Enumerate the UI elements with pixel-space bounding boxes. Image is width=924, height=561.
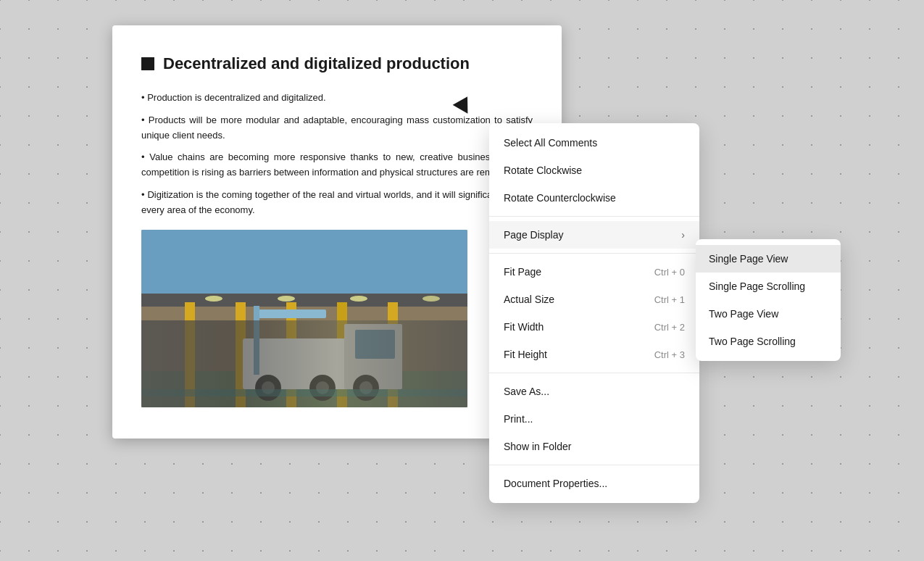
paragraph-2: • Products will be more modular and adap…: [141, 113, 533, 144]
menu-shortcut-fit-page: Ctrl + 0: [654, 267, 685, 278]
menu-item-fit-width[interactable]: Fit Width Ctrl + 2: [489, 313, 699, 341]
pdf-image: [141, 230, 467, 407]
menu-label-save-as: Save As...: [504, 386, 549, 397]
menu-divider-2: [489, 253, 699, 254]
menu-item-page-display[interactable]: Page Display ›: [489, 221, 699, 249]
svg-point-20: [205, 296, 222, 302]
paragraph-1: • Production is decentralized and digita…: [141, 91, 533, 106]
menu-item-rotate-clockwise[interactable]: Rotate Clockwise: [489, 157, 699, 184]
pdf-title: Decentralized and digitalized production: [141, 54, 533, 73]
menu-item-show-in-folder[interactable]: Show in Folder: [489, 433, 699, 460]
page-display-submenu: Single Page View Single Page Scrolling T…: [696, 239, 841, 361]
svg-rect-19: [254, 306, 259, 375]
svg-point-21: [278, 296, 295, 302]
chevron-right-icon: ›: [681, 229, 685, 241]
submenu-item-single-page-scrolling[interactable]: Single Page Scrolling: [696, 273, 841, 300]
document-title: Decentralized and digitalized production: [163, 54, 470, 73]
svg-rect-9: [243, 338, 388, 389]
svg-rect-24: [141, 389, 467, 396]
svg-rect-11: [355, 330, 395, 359]
menu-label-rotate-counterclockwise: Rotate Counterclockwise: [504, 192, 616, 204]
menu-item-rotate-counterclockwise[interactable]: Rotate Counterclockwise: [489, 184, 699, 212]
svg-rect-0: [141, 230, 467, 295]
submenu-label-two-page-scrolling: Two Page Scrolling: [709, 336, 796, 347]
menu-divider-1: [489, 216, 699, 217]
svg-point-17: [359, 381, 372, 394]
menu-label-fit-width: Fit Width: [504, 321, 544, 333]
menu-label-select-all-comments: Select All Comments: [504, 137, 597, 149]
menu-divider-4: [489, 465, 699, 465]
menu-label-fit-height: Fit Height: [504, 349, 547, 360]
menu-item-select-all-comments[interactable]: Select All Comments: [489, 129, 699, 157]
context-menu: Select All Comments Rotate Clockwise Rot…: [489, 123, 699, 503]
svg-rect-5: [236, 302, 246, 407]
svg-point-22: [350, 296, 367, 302]
submenu-label-single-page-view: Single Page View: [709, 253, 788, 265]
submenu-label-two-page-view: Two Page View: [709, 308, 778, 320]
svg-point-15: [316, 381, 329, 394]
menu-item-fit-page[interactable]: Fit Page Ctrl + 0: [489, 258, 699, 286]
menu-label-page-display: Page Display: [504, 229, 564, 241]
menu-item-print[interactable]: Print...: [489, 405, 699, 433]
menu-item-actual-size[interactable]: Actual Size Ctrl + 1: [489, 286, 699, 313]
pdf-body: • Production is decentralized and digita…: [141, 91, 533, 218]
menu-item-document-properties[interactable]: Document Properties...: [489, 470, 699, 497]
menu-label-print: Print...: [504, 413, 533, 425]
menu-shortcut-fit-height: Ctrl + 3: [654, 349, 685, 360]
svg-point-23: [423, 296, 440, 302]
paragraph-3: • Value chains are becoming more respons…: [141, 150, 533, 180]
menu-label-actual-size: Actual Size: [504, 294, 554, 305]
svg-rect-7: [337, 302, 347, 407]
svg-rect-2: [141, 371, 467, 407]
menu-label-show-in-folder: Show in Folder: [504, 441, 571, 452]
title-icon: [141, 57, 154, 70]
menu-label-rotate-clockwise: Rotate Clockwise: [504, 165, 582, 176]
submenu-item-two-page-view[interactable]: Two Page View: [696, 300, 841, 328]
submenu-item-two-page-scrolling[interactable]: Two Page Scrolling: [696, 328, 841, 355]
svg-point-13: [262, 381, 275, 394]
menu-divider-3: [489, 373, 699, 373]
menu-item-save-as[interactable]: Save As...: [489, 378, 699, 405]
menu-label-document-properties: Document Properties...: [504, 478, 607, 489]
svg-rect-10: [344, 324, 402, 389]
menu-label-fit-page: Fit Page: [504, 266, 541, 278]
menu-shortcut-actual-size: Ctrl + 1: [654, 294, 685, 305]
svg-rect-8: [388, 302, 398, 407]
svg-point-14: [309, 375, 336, 401]
svg-point-12: [255, 375, 281, 401]
svg-point-16: [353, 375, 379, 401]
svg-rect-4: [185, 302, 195, 407]
menu-item-fit-height[interactable]: Fit Height Ctrl + 3: [489, 341, 699, 368]
svg-rect-18: [254, 309, 326, 318]
paragraph-4: • Digitization is the coming together of…: [141, 188, 533, 218]
submenu-label-single-page-scrolling: Single Page Scrolling: [709, 280, 805, 292]
submenu-item-single-page-view[interactable]: Single Page View: [696, 245, 841, 273]
menu-shortcut-fit-width: Ctrl + 2: [654, 322, 685, 333]
